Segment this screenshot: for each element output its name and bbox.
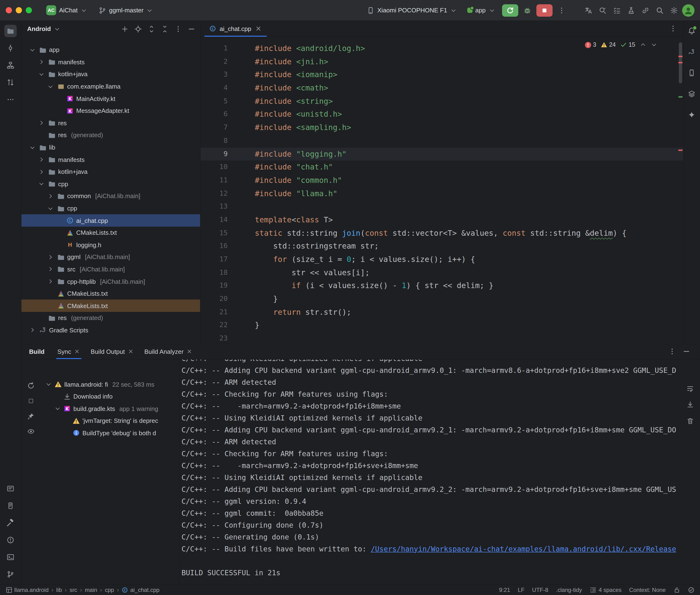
build-console[interactable]: C/C++: -- Using KleidiAI optimized kerne… bbox=[179, 359, 700, 584]
toolstripe-project-button[interactable] bbox=[4, 25, 17, 37]
project-widget[interactable]: AC AiChat bbox=[43, 3, 91, 17]
breadcrumb-item-llama-android[interactable]: llama.android bbox=[6, 587, 49, 593]
clear-console-button[interactable] bbox=[684, 415, 696, 427]
chevron-down-icon[interactable] bbox=[54, 405, 61, 412]
line-number[interactable]: 2 bbox=[200, 55, 228, 68]
breadcrumb-item-cpp[interactable]: cpp bbox=[105, 587, 114, 593]
tree-item-manifests[interactable]: manifests bbox=[22, 56, 200, 68]
link-button[interactable] bbox=[639, 4, 651, 17]
toolstripe-device-manager-button[interactable] bbox=[685, 67, 698, 79]
line-number[interactable]: 16 bbox=[200, 240, 228, 253]
stop-button[interactable] bbox=[536, 4, 552, 17]
tree-item-kotlin-java[interactable]: kotlin+java bbox=[22, 68, 200, 80]
run-configuration-selector[interactable]: app bbox=[464, 5, 499, 16]
previous-problem-button[interactable] bbox=[640, 41, 646, 48]
chevron-right-icon[interactable] bbox=[37, 120, 46, 126]
close-icon[interactable] bbox=[255, 25, 262, 32]
collapse-all-button[interactable] bbox=[159, 23, 171, 34]
stop-build-button[interactable] bbox=[25, 395, 37, 407]
line-number[interactable]: 9 bbox=[200, 147, 228, 161]
build-tree-item-buildtype-debug-is-both-d[interactable]: BuildType 'debug' is both d bbox=[40, 427, 179, 439]
chevron-right-icon[interactable] bbox=[46, 266, 55, 273]
line-number[interactable]: 18 bbox=[200, 266, 228, 279]
hide-project-panel-button[interactable] bbox=[186, 23, 197, 34]
run-button[interactable] bbox=[502, 4, 518, 17]
tree-item-cmakelists-txt[interactable]: CMakeLists.txt bbox=[22, 227, 200, 239]
tree-item-cpp[interactable]: cpp bbox=[22, 202, 200, 214]
show-execution-button[interactable] bbox=[25, 425, 37, 437]
toolstripe-logcat-button[interactable] bbox=[4, 482, 17, 494]
translate-button[interactable] bbox=[582, 4, 594, 17]
toolstripe-structure-button[interactable] bbox=[4, 59, 17, 72]
tree-item-res[interactable]: res bbox=[22, 117, 200, 129]
line-number[interactable]: 13 bbox=[200, 200, 228, 213]
chevron-down-icon[interactable] bbox=[28, 47, 37, 53]
hide-build-panel-button[interactable] bbox=[680, 345, 692, 358]
line-number[interactable]: 21 bbox=[200, 306, 228, 319]
chevron-right-icon[interactable] bbox=[37, 168, 46, 175]
debug-button[interactable] bbox=[521, 4, 533, 17]
editor-tab-ai-chat-cpp[interactable]: C ai_chat.cpp bbox=[204, 21, 267, 36]
line-number[interactable]: 14 bbox=[200, 213, 228, 226]
tree-item-cmakelists-txt[interactable]: CMakeLists.txt bbox=[22, 300, 200, 312]
expand-all-button[interactable] bbox=[146, 23, 157, 34]
toolstripe-terminal-button[interactable] bbox=[4, 551, 17, 563]
rerun-build-button[interactable] bbox=[25, 379, 37, 392]
line-number[interactable]: 12 bbox=[200, 187, 228, 200]
chevron-right-icon[interactable] bbox=[46, 254, 55, 260]
scroll-to-end-button[interactable] bbox=[684, 398, 696, 411]
build-options-button[interactable] bbox=[666, 345, 678, 358]
toolstripe-version-control-button[interactable] bbox=[4, 568, 17, 580]
chevron-down-icon[interactable] bbox=[37, 181, 46, 188]
toolstripe-more-button[interactable] bbox=[4, 93, 17, 106]
notifications-button[interactable] bbox=[685, 25, 698, 37]
ide-health-widget[interactable] bbox=[688, 587, 694, 593]
ai-search-button[interactable] bbox=[596, 4, 609, 17]
errors-count[interactable]: ! 3 bbox=[585, 41, 596, 48]
tree-item-cpp[interactable]: cpp bbox=[22, 178, 200, 190]
soft-wrap-button[interactable] bbox=[684, 382, 696, 395]
settings-button[interactable] bbox=[668, 4, 680, 17]
chevron-down-icon[interactable] bbox=[46, 205, 55, 212]
chevron-down-icon[interactable] bbox=[45, 381, 52, 388]
tree-item-mainactivity-kt[interactable]: KMainActivity.kt bbox=[22, 93, 200, 105]
tree-item-cmakelists-txt[interactable]: CMakeLists.txt bbox=[22, 288, 200, 300]
tree-item-com-example-llama[interactable]: com.example.llama bbox=[22, 81, 200, 93]
minimize-window-button[interactable] bbox=[16, 7, 22, 13]
more-run-options-button[interactable] bbox=[555, 4, 567, 17]
tree-item-src[interactable]: src[AiChat.lib.main] bbox=[22, 263, 200, 275]
build-tab-build-analyzer[interactable]: Build Analyzer bbox=[140, 344, 197, 359]
toolstripe-pull-requests-button[interactable] bbox=[4, 76, 17, 89]
new-file-button[interactable] bbox=[119, 23, 131, 34]
toolstripe-device-explorer-button[interactable] bbox=[4, 499, 17, 512]
tree-item-res[interactable]: res(generated) bbox=[22, 312, 200, 324]
pin-tab-button[interactable] bbox=[25, 410, 37, 422]
tree-item-messageadapter-kt[interactable]: KMessageAdapter.kt bbox=[22, 105, 200, 117]
line-number[interactable]: 1 bbox=[200, 42, 228, 55]
tree-item-lib[interactable]: lib bbox=[22, 141, 200, 153]
project-options-button[interactable] bbox=[172, 23, 184, 34]
experiments-button[interactable] bbox=[625, 4, 637, 17]
chevron-right-icon[interactable] bbox=[46, 193, 55, 200]
breadcrumb-item-ai-chat-cpp[interactable]: Cai_chat.cpp bbox=[122, 587, 160, 593]
build-tab-sync[interactable]: Sync bbox=[53, 344, 85, 359]
error-stripe-mark[interactable] bbox=[678, 62, 682, 63]
line-number[interactable]: 6 bbox=[200, 108, 228, 121]
chevron-right-icon[interactable] bbox=[46, 278, 55, 285]
line-number[interactable]: 15 bbox=[200, 226, 228, 239]
line-number[interactable]: 4 bbox=[200, 81, 228, 94]
cursor-position-widget[interactable]: 9:21 bbox=[499, 587, 510, 593]
warnings-count[interactable]: 24 bbox=[600, 41, 616, 48]
line-number[interactable]: 3 bbox=[200, 68, 228, 81]
line-number[interactable]: 7 bbox=[200, 121, 228, 134]
encoding-widget[interactable]: UTF-8 bbox=[532, 587, 548, 593]
select-opened-file-button[interactable] bbox=[133, 23, 144, 34]
tree-item-ggml[interactable]: ggml[AiChat.lib.main] bbox=[22, 251, 200, 263]
line-number[interactable]: 8 bbox=[200, 134, 228, 147]
close-window-button[interactable] bbox=[6, 7, 12, 13]
tree-item-app[interactable]: app bbox=[22, 44, 200, 56]
editor-tab-options-button[interactable] bbox=[667, 22, 679, 35]
device-selector[interactable]: Xiaomi POCOPHONE F1 bbox=[363, 4, 460, 16]
change-stripe-mark[interactable] bbox=[678, 96, 682, 97]
line-number[interactable]: 23 bbox=[200, 332, 228, 344]
